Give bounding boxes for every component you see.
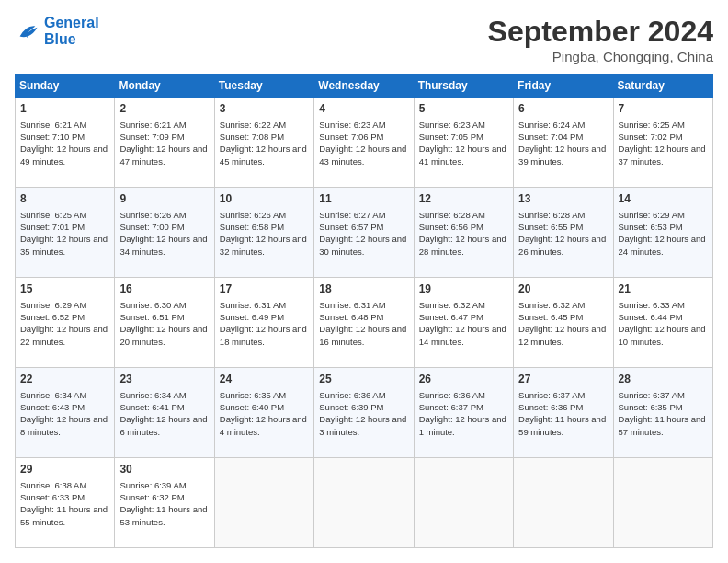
sunrise-label: Sunrise: 6:37 AM [619, 390, 685, 400]
logo: General Blue [15, 15, 99, 47]
day-number: 9 [119, 191, 209, 207]
calendar-week-1: 1Sunrise: 6:21 AMSunset: 7:10 PMDaylight… [16, 98, 713, 188]
calendar-cell: 1Sunrise: 6:21 AMSunset: 7:10 PMDaylight… [16, 98, 115, 188]
day-header-sunday: Sunday [16, 75, 115, 98]
calendar-cell: 16Sunrise: 6:30 AMSunset: 6:51 PMDayligh… [115, 278, 214, 368]
day-number: 4 [319, 101, 408, 117]
calendar-cell: 13Sunrise: 6:28 AMSunset: 6:55 PMDayligh… [514, 188, 613, 278]
daylight-label: Daylight: 12 hours and 37 minutes. [619, 144, 706, 166]
daylight-label: Daylight: 12 hours and 39 minutes. [518, 144, 606, 166]
calendar-cell [514, 458, 613, 548]
daylight-label: Daylight: 12 hours and 8 minutes. [20, 414, 108, 436]
day-header-wednesday: Wednesday [314, 75, 414, 98]
daylight-label: Daylight: 12 hours and 4 minutes. [220, 414, 307, 436]
calendar-cell: 26Sunrise: 6:36 AMSunset: 6:37 PMDayligh… [414, 368, 513, 458]
month-title: September 2024 [488, 15, 713, 49]
calendar-cell: 8Sunrise: 6:25 AMSunset: 7:01 PMDaylight… [16, 188, 115, 278]
calendar-table: SundayMondayTuesdayWednesdayThursdayFrid… [15, 74, 713, 548]
daylight-label: Daylight: 12 hours and 20 minutes. [119, 324, 207, 346]
calendar-cell: 29Sunrise: 6:38 AMSunset: 6:33 PMDayligh… [16, 458, 115, 548]
daylight-label: Daylight: 12 hours and 26 minutes. [518, 234, 606, 256]
daylight-label: Daylight: 12 hours and 1 minute. [419, 414, 506, 436]
sunset-label: Sunset: 6:37 PM [419, 402, 483, 412]
sunset-label: Sunset: 7:09 PM [119, 132, 184, 142]
day-number: 2 [119, 101, 209, 117]
day-number: 25 [319, 372, 408, 387]
sunrise-label: Sunrise: 6:32 AM [419, 300, 485, 310]
day-number: 28 [619, 372, 708, 387]
day-number: 10 [220, 191, 309, 207]
sunset-label: Sunset: 6:55 PM [518, 222, 583, 232]
daylight-label: Daylight: 12 hours and 16 minutes. [319, 324, 406, 346]
day-number: 18 [319, 282, 408, 297]
calendar-cell: 27Sunrise: 6:37 AMSunset: 6:36 PMDayligh… [514, 368, 613, 458]
daylight-label: Daylight: 12 hours and 30 minutes. [319, 234, 406, 256]
calendar-cell: 28Sunrise: 6:37 AMSunset: 6:35 PMDayligh… [613, 368, 712, 458]
calendar-cell: 6Sunrise: 6:24 AMSunset: 7:04 PMDaylight… [514, 98, 613, 188]
day-number: 20 [518, 282, 608, 297]
day-number: 7 [619, 101, 708, 117]
sunrise-label: Sunrise: 6:34 AM [20, 390, 86, 400]
calendar-cell: 3Sunrise: 6:22 AMSunset: 7:08 PMDaylight… [214, 98, 313, 188]
sunset-label: Sunset: 6:49 PM [220, 312, 284, 322]
calendar-cell [414, 458, 513, 548]
sunrise-label: Sunrise: 6:24 AM [518, 120, 585, 130]
sunrise-label: Sunrise: 6:34 AM [119, 390, 186, 400]
calendar-cell: 15Sunrise: 6:29 AMSunset: 6:52 PMDayligh… [16, 278, 115, 368]
sunrise-label: Sunrise: 6:33 AM [619, 300, 685, 310]
sunrise-label: Sunrise: 6:35 AM [220, 390, 286, 400]
calendar-cell: 21Sunrise: 6:33 AMSunset: 6:44 PMDayligh… [613, 278, 712, 368]
sunset-label: Sunset: 6:57 PM [319, 222, 383, 232]
calendar-body: 1Sunrise: 6:21 AMSunset: 7:10 PMDaylight… [16, 98, 713, 548]
sunrise-label: Sunrise: 6:36 AM [319, 390, 385, 400]
daylight-label: Daylight: 12 hours and 22 minutes. [20, 324, 108, 346]
sunset-label: Sunset: 7:02 PM [619, 132, 683, 142]
sunset-label: Sunset: 7:08 PM [220, 132, 284, 142]
daylight-label: Daylight: 11 hours and 57 minutes. [619, 414, 706, 436]
daylight-label: Daylight: 12 hours and 43 minutes. [319, 144, 406, 166]
daylight-label: Daylight: 12 hours and 10 minutes. [619, 324, 706, 346]
sunrise-label: Sunrise: 6:32 AM [518, 300, 585, 310]
sunset-label: Sunset: 6:43 PM [20, 402, 85, 412]
calendar-week-4: 22Sunrise: 6:34 AMSunset: 6:43 PMDayligh… [16, 368, 713, 458]
calendar-cell: 24Sunrise: 6:35 AMSunset: 6:40 PMDayligh… [214, 368, 313, 458]
day-number: 14 [619, 191, 708, 207]
sunrise-label: Sunrise: 6:38 AM [20, 480, 86, 490]
daylight-label: Daylight: 11 hours and 59 minutes. [518, 414, 606, 436]
day-number: 24 [220, 372, 309, 387]
calendar-week-2: 8Sunrise: 6:25 AMSunset: 7:01 PMDaylight… [16, 188, 713, 278]
day-header-monday: Monday [115, 75, 214, 98]
sunrise-label: Sunrise: 6:28 AM [518, 210, 585, 220]
sunset-label: Sunset: 7:00 PM [119, 222, 184, 232]
calendar-cell [314, 458, 414, 548]
daylight-label: Daylight: 12 hours and 14 minutes. [419, 324, 506, 346]
calendar-week-3: 15Sunrise: 6:29 AMSunset: 6:52 PMDayligh… [16, 278, 713, 368]
calendar-header-row: SundayMondayTuesdayWednesdayThursdayFrid… [16, 75, 713, 98]
sunset-label: Sunset: 6:35 PM [619, 402, 683, 412]
sunrise-label: Sunrise: 6:31 AM [220, 300, 286, 310]
calendar-cell: 5Sunrise: 6:23 AMSunset: 7:05 PMDaylight… [414, 98, 513, 188]
day-number: 6 [518, 101, 608, 117]
day-number: 27 [518, 372, 608, 387]
sunset-label: Sunset: 6:47 PM [419, 312, 483, 322]
sunset-label: Sunset: 7:10 PM [20, 132, 85, 142]
sunset-label: Sunset: 6:33 PM [20, 492, 85, 502]
day-number: 3 [220, 101, 309, 117]
sunrise-label: Sunrise: 6:39 AM [119, 480, 186, 490]
day-number: 21 [619, 282, 708, 297]
calendar-cell: 2Sunrise: 6:21 AMSunset: 7:09 PMDaylight… [115, 98, 214, 188]
sunset-label: Sunset: 6:52 PM [20, 312, 85, 322]
calendar-cell: 17Sunrise: 6:31 AMSunset: 6:49 PMDayligh… [214, 278, 313, 368]
calendar-cell: 30Sunrise: 6:39 AMSunset: 6:32 PMDayligh… [115, 458, 214, 548]
day-number: 8 [20, 191, 109, 207]
calendar-cell: 22Sunrise: 6:34 AMSunset: 6:43 PMDayligh… [16, 368, 115, 458]
sunset-label: Sunset: 6:45 PM [518, 312, 583, 322]
day-number: 19 [419, 282, 508, 297]
day-header-friday: Friday [514, 75, 613, 98]
calendar-cell: 7Sunrise: 6:25 AMSunset: 7:02 PMDaylight… [613, 98, 712, 188]
sunset-label: Sunset: 7:05 PM [419, 132, 483, 142]
calendar-cell: 4Sunrise: 6:23 AMSunset: 7:06 PMDaylight… [314, 98, 414, 188]
daylight-label: Daylight: 12 hours and 12 minutes. [518, 324, 606, 346]
sunrise-label: Sunrise: 6:22 AM [220, 120, 286, 130]
sunrise-label: Sunrise: 6:26 AM [220, 210, 286, 220]
